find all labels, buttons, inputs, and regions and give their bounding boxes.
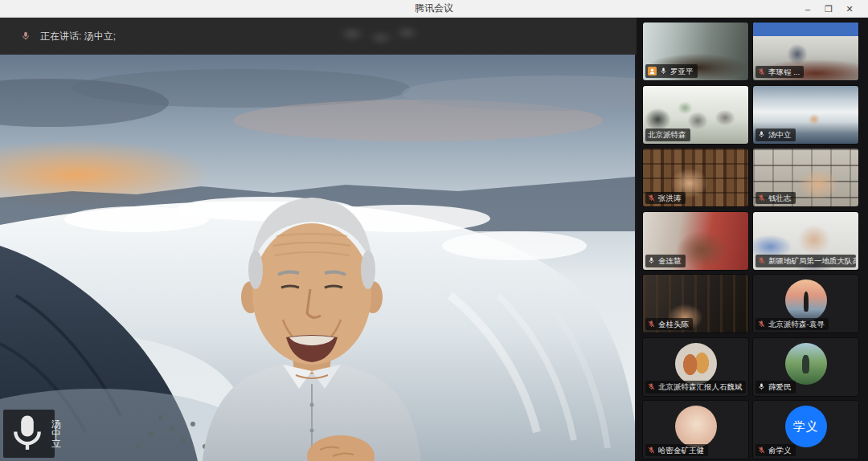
participant-name: 哈密金矿王健 — [658, 447, 704, 455]
participant-name-label: 钱壮志 — [755, 192, 796, 205]
participant-name: 钱壮志 — [768, 194, 792, 202]
window-title: 腾讯会议 — [415, 2, 453, 15]
participant-tile[interactable]: 张洪涛 — [643, 149, 748, 206]
participant-name-label: 哈密金矿王健 — [645, 444, 708, 457]
participant-name-label: 北京派特森汇报人石魏斌 — [645, 381, 746, 394]
participant-name: 新疆地矿局第一地质大队高俊宝 — [768, 257, 856, 265]
participant-name-label: 汤中立 — [755, 129, 796, 141]
close-button[interactable]: ✕ — [839, 0, 860, 18]
mic-icon — [660, 67, 667, 75]
participant-name: 金连慧 — [658, 257, 682, 265]
participant-name-label: 薛爱民 — [755, 381, 796, 394]
watermark — [328, 22, 424, 48]
participant-name-label: 新疆地矿局第一地质大队高俊宝 — [755, 255, 856, 267]
mic-icon — [648, 447, 655, 454]
participant-name: 汤中立 — [768, 131, 792, 139]
meeting-window: 腾讯会议 – ❐ ✕ 正在讲话: 汤中立; — [0, 0, 868, 461]
main-speaker-name: 汤中立 — [51, 419, 61, 448]
participant-tile[interactable]: 金连慧 — [643, 212, 748, 270]
participant-tile[interactable]: 北京派特森汇报人石魏斌 — [643, 338, 748, 396]
mic-icon — [758, 194, 765, 202]
participant-name-label: 俞学义 — [755, 444, 796, 457]
participant-name-label: 罗亚平 — [645, 64, 698, 78]
mic-icon — [758, 131, 765, 138]
participant-name-label: 北京派特森-袁寻 — [755, 318, 829, 331]
participant-tile[interactable]: 北京派特森-袁寻 — [753, 275, 858, 332]
participant-tile[interactable]: 北京派特森 — [643, 86, 748, 144]
maximize-button[interactable]: ❐ — [818, 0, 839, 18]
participant-tile[interactable]: 哈密金矿王健 — [643, 401, 748, 459]
mic-icon — [6, 413, 48, 455]
participant-name-label: 李琢锃 ... — [755, 66, 804, 79]
participant-tile[interactable]: 钱壮志 — [753, 149, 858, 206]
participant-name: 北京派特森汇报人石魏斌 — [658, 383, 743, 391]
speaking-banner: 正在讲话: 汤中立; — [0, 18, 637, 55]
mic-icon — [648, 320, 655, 328]
participant-tile[interactable]: 李琢锃 ... — [753, 22, 858, 80]
mic-icon — [648, 257, 655, 264]
participant-name: 金桂头陈 — [658, 320, 689, 328]
participant-tile[interactable]: 薛爱民 — [753, 338, 858, 396]
main-speaker-video[interactable]: 汤中立 — [0, 55, 635, 461]
participant-name: 北京派特森-袁寻 — [768, 320, 825, 328]
minimize-button[interactable]: – — [797, 0, 818, 18]
mic-icon — [758, 447, 765, 454]
mic-icon — [758, 68, 765, 75]
participant-avatar — [675, 406, 717, 447]
mic-icon — [758, 320, 765, 328]
participant-name: 张洪涛 — [658, 194, 682, 202]
participant-name: 北京派特森 — [648, 131, 686, 139]
mic-icon — [648, 383, 655, 390]
participant-name: 俞学义 — [768, 447, 792, 455]
participant-name-label: 北京派特森 — [645, 129, 690, 141]
participant-avatar — [675, 343, 717, 385]
speaking-mic-icon — [21, 31, 31, 41]
participant-name-label: 张洪涛 — [645, 192, 686, 205]
main-stage: 正在讲话: 汤中立; — [0, 18, 637, 461]
window-titlebar: 腾讯会议 – ❐ ✕ — [0, 0, 868, 18]
participant-grid: 罗亚平 李琢锃 ... 北京派特森 — [643, 22, 858, 459]
participant-tile[interactable]: 金桂头陈 — [643, 275, 748, 332]
participant-tile[interactable]: 新疆地矿局第一地质大队高俊宝 — [753, 212, 858, 270]
mic-icon — [758, 383, 765, 390]
participant-avatar — [785, 343, 827, 385]
participant-avatar: 学义 — [785, 406, 827, 447]
member-badge-icon — [648, 67, 657, 75]
participant-name-label: 金桂头陈 — [645, 318, 693, 331]
participant-name: 李琢锃 ... — [768, 68, 800, 76]
participant-tile[interactable]: 学义 俞学义 — [753, 401, 858, 459]
window-controls: – ❐ ✕ — [797, 0, 860, 18]
participant-name-label: 金连慧 — [645, 255, 686, 267]
participant-tile[interactable]: 汤中立 — [753, 86, 858, 144]
participant-name: 薛爱民 — [768, 383, 792, 391]
participants-sidebar: 罗亚平 李琢锃 ... 北京派特森 — [637, 18, 868, 461]
mic-icon — [648, 194, 655, 202]
participant-tile[interactable]: 罗亚平 — [643, 22, 748, 80]
main-speaker-name-label: 汤中立 — [3, 410, 55, 458]
participant-avatar — [785, 279, 827, 321]
main-video-canvas — [0, 55, 635, 461]
mic-icon — [758, 257, 765, 264]
speaking-banner-text: 正在讲话: 汤中立; — [40, 30, 116, 43]
participant-name: 罗亚平 — [670, 67, 694, 75]
